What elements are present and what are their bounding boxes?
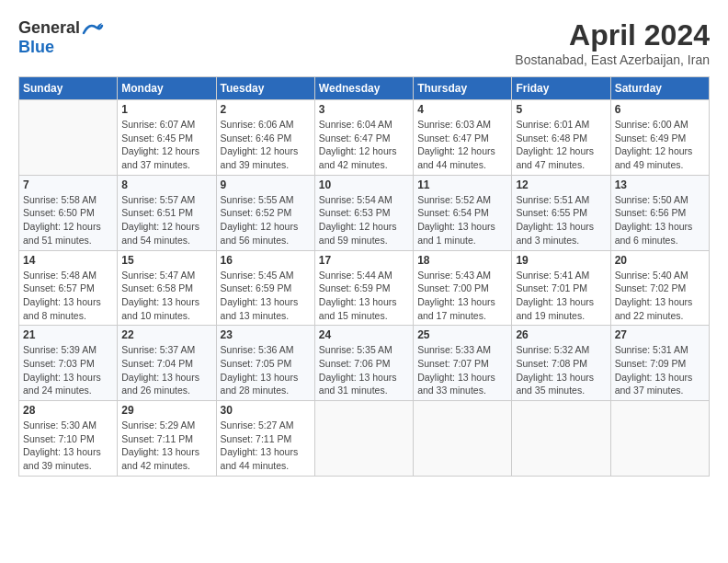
day-info: Sunrise: 5:54 AM Sunset: 6:53 PM Dayligh… [319, 193, 409, 247]
calendar-week-row: 21Sunrise: 5:39 AM Sunset: 7:03 PM Dayli… [19, 326, 710, 401]
day-info: Sunrise: 5:36 AM Sunset: 7:05 PM Dayligh… [221, 343, 311, 397]
day-number: 21 [23, 328, 113, 341]
calendar-cell: 8Sunrise: 5:57 AM Sunset: 6:51 PM Daylig… [118, 175, 216, 250]
calendar-table: SundayMondayTuesdayWednesdayThursdayFrid… [18, 76, 710, 477]
day-number: 28 [23, 404, 113, 417]
day-number: 18 [417, 254, 507, 267]
day-info: Sunrise: 5:37 AM Sunset: 7:04 PM Dayligh… [121, 343, 211, 397]
day-info: Sunrise: 5:45 AM Sunset: 6:59 PM Dayligh… [221, 269, 311, 323]
day-info: Sunrise: 6:06 AM Sunset: 6:46 PM Dayligh… [221, 118, 311, 172]
day-info: Sunrise: 5:44 AM Sunset: 6:59 PM Dayligh… [319, 269, 409, 323]
day-info: Sunrise: 5:50 AM Sunset: 6:56 PM Dayligh… [615, 193, 705, 247]
day-info: Sunrise: 5:41 AM Sunset: 7:01 PM Dayligh… [516, 269, 606, 323]
day-number: 20 [615, 254, 705, 267]
title-section: April 2024 Bostanabad, East Azerbaijan, … [515, 18, 710, 67]
day-number: 14 [23, 254, 113, 267]
page-header: General Blue April 2024 Bostanabad, East… [18, 18, 710, 67]
day-number: 1 [121, 103, 211, 116]
calendar-cell: 19Sunrise: 5:41 AM Sunset: 7:01 PM Dayli… [512, 250, 610, 326]
calendar-cell: 22Sunrise: 5:37 AM Sunset: 7:04 PM Dayli… [118, 326, 216, 401]
day-number: 30 [221, 404, 311, 417]
day-number: 13 [615, 178, 705, 191]
weekday-header: Friday [512, 77, 610, 100]
calendar-week-row: 28Sunrise: 5:30 AM Sunset: 7:10 PM Dayli… [19, 401, 710, 477]
day-number: 10 [319, 178, 409, 191]
day-info: Sunrise: 6:01 AM Sunset: 6:48 PM Dayligh… [516, 118, 606, 172]
calendar-cell: 2Sunrise: 6:06 AM Sunset: 6:46 PM Daylig… [216, 100, 314, 176]
day-number: 19 [516, 254, 606, 267]
day-info: Sunrise: 5:30 AM Sunset: 7:10 PM Dayligh… [23, 419, 113, 473]
day-number: 3 [319, 103, 409, 116]
day-info: Sunrise: 6:04 AM Sunset: 6:47 PM Dayligh… [319, 118, 409, 172]
calendar-cell: 7Sunrise: 5:58 AM Sunset: 6:50 PM Daylig… [19, 175, 118, 250]
location: Bostanabad, East Azerbaijan, Iran [515, 52, 710, 67]
calendar-cell: 29Sunrise: 5:29 AM Sunset: 7:11 PM Dayli… [118, 401, 216, 477]
calendar-cell: 6Sunrise: 6:00 AM Sunset: 6:49 PM Daylig… [610, 100, 709, 176]
calendar-cell: 16Sunrise: 5:45 AM Sunset: 6:59 PM Dayli… [216, 250, 314, 326]
calendar-week-row: 14Sunrise: 5:48 AM Sunset: 6:57 PM Dayli… [19, 250, 710, 326]
day-number: 24 [319, 328, 409, 341]
calendar-cell: 27Sunrise: 5:31 AM Sunset: 7:09 PM Dayli… [610, 326, 709, 401]
weekday-header: Wednesday [314, 77, 413, 100]
day-number: 27 [615, 328, 705, 341]
calendar-cell: 3Sunrise: 6:04 AM Sunset: 6:47 PM Daylig… [314, 100, 413, 176]
day-number: 7 [23, 178, 113, 191]
calendar-cell [414, 401, 512, 477]
day-number: 6 [615, 103, 705, 116]
day-info: Sunrise: 5:31 AM Sunset: 7:09 PM Dayligh… [615, 343, 705, 397]
day-info: Sunrise: 5:33 AM Sunset: 7:07 PM Dayligh… [417, 343, 507, 397]
day-info: Sunrise: 5:47 AM Sunset: 6:58 PM Dayligh… [121, 269, 211, 323]
day-number: 17 [319, 254, 409, 267]
calendar-cell [512, 401, 610, 477]
day-info: Sunrise: 5:27 AM Sunset: 7:11 PM Dayligh… [221, 419, 311, 473]
calendar-week-row: 7Sunrise: 5:58 AM Sunset: 6:50 PM Daylig… [19, 175, 710, 250]
logo-general: General [18, 18, 80, 38]
day-info: Sunrise: 5:58 AM Sunset: 6:50 PM Dayligh… [23, 193, 113, 247]
calendar-cell: 21Sunrise: 5:39 AM Sunset: 7:03 PM Dayli… [19, 326, 118, 401]
day-info: Sunrise: 5:35 AM Sunset: 7:06 PM Dayligh… [319, 343, 409, 397]
day-info: Sunrise: 5:32 AM Sunset: 7:08 PM Dayligh… [516, 343, 606, 397]
day-info: Sunrise: 6:00 AM Sunset: 6:49 PM Dayligh… [615, 118, 705, 172]
day-info: Sunrise: 5:29 AM Sunset: 7:11 PM Dayligh… [121, 419, 211, 473]
weekday-header-row: SundayMondayTuesdayWednesdayThursdayFrid… [19, 77, 710, 100]
day-number: 25 [417, 328, 507, 341]
day-info: Sunrise: 5:48 AM Sunset: 6:57 PM Dayligh… [23, 269, 113, 323]
calendar-cell: 23Sunrise: 5:36 AM Sunset: 7:05 PM Dayli… [216, 326, 314, 401]
calendar-cell: 12Sunrise: 5:51 AM Sunset: 6:55 PM Dayli… [512, 175, 610, 250]
day-info: Sunrise: 5:40 AM Sunset: 7:02 PM Dayligh… [615, 269, 705, 323]
day-number: 9 [221, 178, 311, 191]
calendar-cell [19, 100, 118, 176]
logo-blue: Blue [18, 38, 54, 57]
day-info: Sunrise: 6:07 AM Sunset: 6:45 PM Dayligh… [121, 118, 211, 172]
day-number: 26 [516, 328, 606, 341]
day-number: 23 [221, 328, 311, 341]
calendar-cell [610, 401, 709, 477]
calendar-cell: 1Sunrise: 6:07 AM Sunset: 6:45 PM Daylig… [118, 100, 216, 176]
day-info: Sunrise: 5:43 AM Sunset: 7:00 PM Dayligh… [417, 269, 507, 323]
calendar-cell: 30Sunrise: 5:27 AM Sunset: 7:11 PM Dayli… [216, 401, 314, 477]
calendar-cell: 28Sunrise: 5:30 AM Sunset: 7:10 PM Dayli… [19, 401, 118, 477]
weekday-header: Sunday [19, 77, 118, 100]
day-number: 12 [516, 178, 606, 191]
calendar-cell: 25Sunrise: 5:33 AM Sunset: 7:07 PM Dayli… [414, 326, 512, 401]
day-info: Sunrise: 5:55 AM Sunset: 6:52 PM Dayligh… [221, 193, 311, 247]
calendar-cell: 24Sunrise: 5:35 AM Sunset: 7:06 PM Dayli… [314, 326, 413, 401]
weekday-header: Tuesday [216, 77, 314, 100]
calendar-cell: 9Sunrise: 5:55 AM Sunset: 6:52 PM Daylig… [216, 175, 314, 250]
day-info: Sunrise: 5:51 AM Sunset: 6:55 PM Dayligh… [516, 193, 606, 247]
calendar-cell [314, 401, 413, 477]
calendar-cell: 11Sunrise: 5:52 AM Sunset: 6:54 PM Dayli… [414, 175, 512, 250]
day-number: 5 [516, 103, 606, 116]
logo: General Blue [18, 18, 104, 57]
day-number: 8 [121, 178, 211, 191]
day-info: Sunrise: 5:39 AM Sunset: 7:03 PM Dayligh… [23, 343, 113, 397]
calendar-cell: 26Sunrise: 5:32 AM Sunset: 7:08 PM Dayli… [512, 326, 610, 401]
day-number: 22 [121, 328, 211, 341]
calendar-cell: 18Sunrise: 5:43 AM Sunset: 7:00 PM Dayli… [414, 250, 512, 326]
day-number: 29 [121, 404, 211, 417]
day-number: 2 [221, 103, 311, 116]
calendar-cell: 20Sunrise: 5:40 AM Sunset: 7:02 PM Dayli… [610, 250, 709, 326]
day-number: 11 [417, 178, 507, 191]
day-info: Sunrise: 5:52 AM Sunset: 6:54 PM Dayligh… [417, 193, 507, 247]
weekday-header: Monday [118, 77, 216, 100]
